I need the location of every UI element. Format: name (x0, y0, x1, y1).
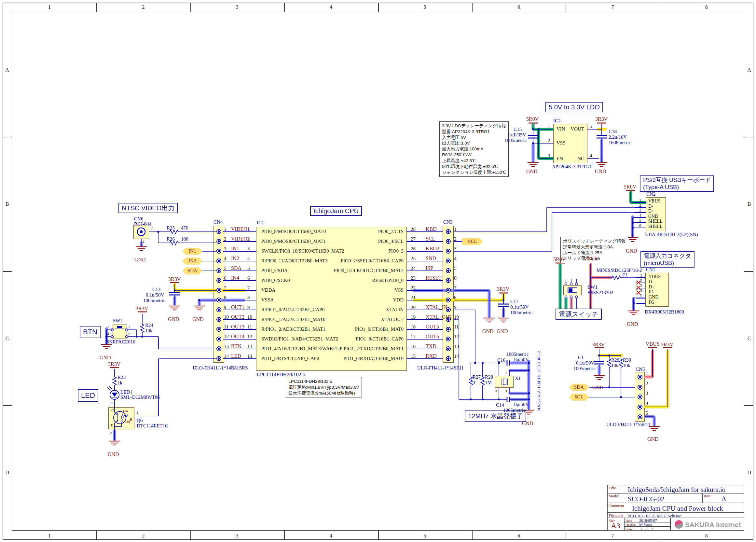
cn4-pin[interactable]: 7 (212, 285, 257, 295)
cn3-pin[interactable]: 8 (423, 295, 485, 305)
cn3-pin[interactable]: 7 (423, 285, 485, 295)
gnd-label: GND (647, 436, 659, 442)
q6-ref: Q6 (137, 418, 143, 423)
cn4-pin[interactable]: 1 VIDEO1 (212, 227, 257, 236)
net-3r3v: 3R3V (595, 116, 608, 122)
cn3-pin[interactable]: KBD2 3 (423, 246, 485, 256)
cn4-pin[interactable]: 6 IN4 (212, 275, 257, 285)
pin-pad (216, 298, 221, 302)
pin-pad (216, 327, 221, 332)
pin-pad (638, 395, 642, 399)
r28-val: 1M (485, 380, 492, 385)
q6-pin1: 1 (137, 410, 139, 414)
pin-pad (446, 337, 451, 341)
x1-p4: 4 (505, 389, 507, 393)
port-sda2[interactable]: SDA (569, 384, 589, 391)
c15-val: 1uF/35V (509, 132, 526, 138)
caption-power-switch: 電源スイッチ (556, 309, 602, 320)
cn5-pin[interactable]: 2 (635, 383, 653, 391)
c13-val: 0.1u/50V (146, 292, 164, 298)
pin-pad (446, 249, 451, 254)
c14-val: 8p/50V (514, 402, 529, 407)
cn3-pin[interactable]: RESET 6 (423, 275, 485, 285)
pin-pad (216, 239, 221, 244)
cn3-pin[interactable]: TXD 13 (423, 344, 485, 354)
cn1-part: DX4R005JJ2R1800 (645, 309, 684, 315)
cn2-pin[interactable]: 6 SHELL (635, 223, 667, 229)
pin-pad (446, 258, 451, 263)
ic2-p3: 3 (548, 153, 550, 159)
cn1-pin[interactable]: 1 VBUS (633, 274, 669, 279)
port-scl2[interactable]: SCL (569, 394, 589, 401)
cn4-pin[interactable]: 8 (212, 295, 257, 305)
pin-pad (446, 327, 451, 332)
doc-size: A3 (611, 521, 620, 530)
cn3-pin[interactable]: ISP 5 (423, 266, 485, 275)
caption-ps2: PS/2互換 USBキーボード(Type-A USB) (640, 175, 714, 192)
cn3-pin[interactable]: SND 4 (423, 256, 485, 266)
cn1-pin[interactable]: FG (633, 299, 669, 305)
cn4-pin[interactable]: 9 OUT1 (212, 305, 257, 314)
row-letter: D (4, 470, 10, 476)
q6-c: C (111, 408, 114, 412)
gnd-label: GND (626, 248, 637, 254)
c18-ref: C18 (609, 129, 617, 134)
pin-pad (638, 414, 642, 419)
cn1-pin[interactable]: 3 D+ (633, 284, 669, 289)
cn4-pin[interactable]: 14 LED (212, 354, 257, 363)
cn3-pin[interactable]: KBD 1 (423, 227, 485, 236)
port-in2[interactable]: IN2 (182, 257, 202, 265)
x1-part: NX3225GA-12MHZ- STD-CRG-2 (536, 346, 542, 411)
port-scl[interactable]: SCL (462, 238, 483, 245)
cn3-pin[interactable]: XTAL_OUT 10 (423, 314, 485, 324)
sw2-pin1: 1 (128, 325, 130, 329)
cn4-pin[interactable]: 13 BTN (212, 344, 257, 354)
cn3-pin[interactable]: XTAL_IN 9 (423, 305, 485, 314)
cn6-ref: CN6 (134, 216, 143, 222)
cn1-pin[interactable]: 5 GND (633, 294, 669, 299)
cn3-pin[interactable]: OUT6 12 (423, 334, 485, 344)
cn6-part: RCJ-044 (134, 221, 151, 227)
gnd-label: GND (592, 385, 604, 391)
cn4-pin[interactable]: 3 IN1 (212, 246, 257, 256)
cn3-pin[interactable]: RXD 14 (423, 354, 485, 363)
r24-ref: R24 (145, 323, 153, 328)
sw2-pin4: 4 (107, 332, 109, 336)
port-sda[interactable]: SDA (182, 267, 202, 274)
cn5-pin[interactable]: 1 (635, 373, 653, 381)
col-number: 6 (514, 4, 523, 10)
schematic-sheet: 12345678 12345678 ABCD ABCD (0, 0, 756, 542)
caption-power-in: 電源入力コネクタ(microUSB) (640, 251, 694, 268)
row-letter: A (4, 67, 10, 73)
r23-ref: R23 (117, 375, 126, 380)
net-5r0v: 5R0V (526, 116, 539, 122)
cn5-pin[interactable]: 5 (635, 413, 653, 420)
cn4-pin[interactable]: 11 OUT3 (212, 324, 257, 334)
ic2-vout: VOUT (570, 126, 584, 132)
x1-p1: 1 (495, 371, 497, 375)
pin-pad (638, 405, 642, 410)
col-number: 1 (45, 533, 54, 539)
cn3-pin[interactable]: OUT5 11 (423, 324, 485, 334)
cn4-pin[interactable]: 2 VIDEO2 (212, 236, 257, 246)
cn1-pin[interactable]: 2 D- (633, 279, 669, 284)
cn4-pin[interactable]: 5 SDA (212, 266, 257, 275)
sw1-ref: SW1 (588, 285, 598, 290)
cn5-pin[interactable]: 3 (635, 393, 653, 400)
ic2-en: EN (557, 156, 563, 161)
cn4-pin[interactable]: 12 OUT4 (212, 334, 257, 344)
cn1-pin[interactable]: 4 ID (633, 289, 669, 294)
pin-pad (638, 375, 642, 380)
doc-title: IchigoSoda/IchigoJam for sakura.io (628, 486, 725, 494)
r29-ref: R29 (611, 357, 619, 363)
q6-r1: 10k (123, 409, 128, 413)
ldo-derating-note: 3.3V LDOディレーティング情報型番:AP2204K-3.3TRG1入力電圧… (439, 121, 509, 177)
row-letter: B (746, 201, 752, 207)
port-in1[interactable]: IN1 (182, 248, 202, 255)
ic2-part: AP2204K-3.3TRG1 (552, 164, 591, 170)
cn5-pin[interactable]: 4 (635, 403, 653, 410)
net-5r0v: 5R0V (553, 257, 566, 262)
cn4-pin[interactable]: 4 IN2 (212, 256, 257, 266)
cn4-pin[interactable]: 10 OUT2 (212, 314, 257, 324)
net-3r3v: 3R3V (497, 286, 509, 292)
